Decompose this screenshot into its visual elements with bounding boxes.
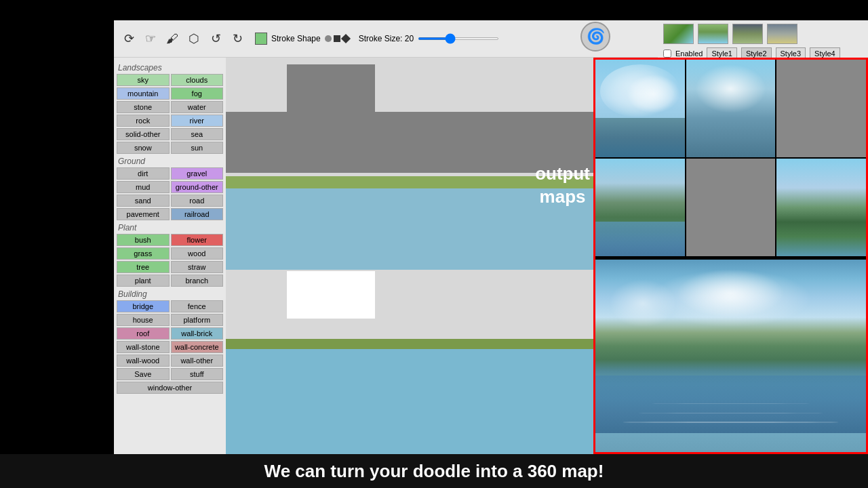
label-plant[interactable]: plant xyxy=(117,274,170,287)
stroke-size-slider[interactable] xyxy=(418,37,499,40)
label-rock[interactable]: rock xyxy=(117,115,170,127)
building-title: Building xyxy=(118,289,223,299)
label-snow[interactable]: snow xyxy=(117,142,170,154)
style-thumbnails-row xyxy=(663,24,863,44)
sky-topleft xyxy=(226,58,285,112)
undo-icon[interactable]: ↺ xyxy=(206,29,225,48)
label-wall-brick[interactable]: wall-brick xyxy=(171,327,224,340)
label-river[interactable]: river xyxy=(171,115,224,127)
label-solid-other[interactable]: solid-other xyxy=(117,128,170,140)
label-grass[interactable]: grass xyxy=(117,247,170,260)
label-sand[interactable]: sand xyxy=(117,195,170,207)
label-sky[interactable]: sky xyxy=(117,74,170,86)
ground-category: Ground dirt gravel mud ground-other sand… xyxy=(117,157,223,220)
label-mud[interactable]: mud xyxy=(117,181,170,193)
plant-grid: bush flower grass wood tree straw plant … xyxy=(117,234,223,287)
brush-icon[interactable]: 🖌 xyxy=(163,29,182,48)
label-flower[interactable]: flower xyxy=(171,234,224,246)
redo-icon[interactable]: ↻ xyxy=(228,29,247,48)
label-save[interactable]: Save xyxy=(117,368,170,380)
label-bush[interactable]: bush xyxy=(117,234,170,246)
stroke-controls: Stroke Shape Stroke Size: 20 xyxy=(255,33,499,45)
generate-button[interactable]: 🌀 xyxy=(580,22,610,52)
stroke-size-label: Stroke Size: 20 xyxy=(359,34,414,43)
label-water[interactable]: water xyxy=(171,101,224,113)
output-panorama xyxy=(595,260,866,452)
rotate-icon[interactable]: ⟳ xyxy=(119,29,138,48)
landscapes-category: Landscapes sky clouds mountain fog stone… xyxy=(117,63,223,154)
canvas-area[interactable] xyxy=(226,58,593,454)
ground-title: Ground xyxy=(118,157,223,166)
landscapes-title: Landscapes xyxy=(118,63,223,73)
building-category: Building bridge fence house platform roo… xyxy=(117,289,223,394)
label-ground-other[interactable]: ground-other xyxy=(171,181,224,193)
mid-left xyxy=(226,271,285,298)
output-gray-2 xyxy=(686,159,776,256)
output-panel xyxy=(593,58,868,454)
cursor-icon[interactable]: ☞ xyxy=(141,29,160,48)
label-gravel[interactable]: gravel xyxy=(171,167,224,180)
label-wall-stone[interactable]: wall-stone xyxy=(117,341,170,353)
style-thumb-1[interactable] xyxy=(663,24,694,44)
label-railroad[interactable]: railroad xyxy=(171,208,224,220)
label-branch[interactable]: branch xyxy=(171,274,224,287)
landscapes-grid: sky clouds mountain fog stone water rock… xyxy=(117,74,223,154)
building-grid: bridge fence house platform roof wall-br… xyxy=(117,300,223,394)
label-tree[interactable]: tree xyxy=(117,261,170,273)
mid-right xyxy=(378,271,593,298)
caption-bar: We can turn your doodle into a 360 map! xyxy=(0,454,868,488)
output-mountain-1 xyxy=(595,159,685,256)
output-sky-1 xyxy=(595,60,685,157)
label-dirt[interactable]: dirt xyxy=(117,167,170,180)
bottom-water xyxy=(226,349,593,454)
label-roof[interactable]: roof xyxy=(117,327,170,340)
sidebar: Landscapes sky clouds mountain fog stone… xyxy=(114,58,226,454)
label-stuff[interactable]: stuff xyxy=(171,368,224,380)
label-wall-concrete[interactable]: wall-concrete xyxy=(171,341,224,353)
label-wall-wood[interactable]: wall-wood xyxy=(117,354,170,367)
output-top-grid xyxy=(595,60,866,256)
stroke-color-swatch[interactable] xyxy=(255,33,267,45)
label-mountain[interactable]: mountain xyxy=(117,87,170,100)
output-sky-2 xyxy=(686,60,776,157)
bottom-green xyxy=(226,339,593,349)
label-platform[interactable]: platform xyxy=(171,314,224,326)
stroke-shapes xyxy=(325,35,349,42)
label-straw[interactable]: straw xyxy=(171,261,224,273)
plant-title: Plant xyxy=(118,223,223,232)
label-sun[interactable]: sun xyxy=(171,142,224,154)
label-fog[interactable]: fog xyxy=(171,87,224,100)
output-landscape-1 xyxy=(776,159,866,256)
shape-square-option[interactable] xyxy=(334,35,340,42)
label-stone[interactable]: stone xyxy=(117,101,170,113)
enabled-checkbox[interactable] xyxy=(663,49,671,58)
shape-icon[interactable]: ⬡ xyxy=(184,29,203,48)
label-wall-other[interactable]: wall-other xyxy=(171,354,224,367)
panorama-image xyxy=(595,260,866,452)
label-wood[interactable]: wood xyxy=(171,247,224,260)
label-clouds[interactable]: clouds xyxy=(171,74,224,86)
output-gray-1 xyxy=(776,60,866,157)
app: ⟳ ☞ 🖌 ⬡ ↺ ↻ Stroke Shape Stroke Size: 20… xyxy=(0,0,868,488)
label-road[interactable]: road xyxy=(171,195,224,207)
caption-text: We can turn your doodle into a 360 map! xyxy=(264,461,604,482)
output-maps-label: output maps xyxy=(535,163,590,209)
style-thumb-4[interactable] xyxy=(767,24,797,44)
label-bridge[interactable]: bridge xyxy=(117,300,170,312)
label-house[interactable]: house xyxy=(117,314,170,326)
sky-topright xyxy=(378,58,593,112)
style-thumb-2[interactable] xyxy=(698,24,728,44)
shape-circle-option[interactable] xyxy=(325,35,332,42)
label-window-other[interactable]: window-other xyxy=(117,382,223,394)
generate-icon: 🌀 xyxy=(587,28,605,45)
label-sea[interactable]: sea xyxy=(171,128,224,140)
stroke-shape-label: Stroke Shape xyxy=(271,34,321,43)
label-fence[interactable]: fence xyxy=(171,300,224,312)
plant-category: Plant bush flower grass wood tree straw … xyxy=(117,223,223,287)
label-pavement[interactable]: pavement xyxy=(117,208,170,220)
shape-diamond-option[interactable] xyxy=(341,34,351,43)
enabled-label: Enabled xyxy=(675,49,703,58)
style-thumb-3[interactable] xyxy=(732,24,763,44)
ground-grid: dirt gravel mud ground-other sand road p… xyxy=(117,167,223,220)
